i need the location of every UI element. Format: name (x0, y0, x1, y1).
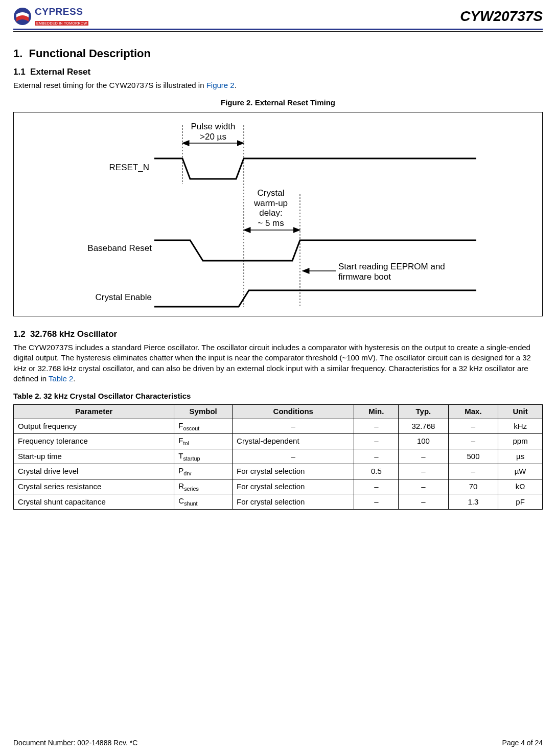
table-row: Crystal series resistanceRseriesFor crys… (14, 479, 543, 494)
cell-param: Start-up time (14, 449, 174, 464)
section-1-1-title: External Reset (30, 67, 90, 77)
section-1-number: 1. (13, 47, 22, 60)
table-row: Output frequencyFoscout––32.768–kHz (14, 419, 543, 434)
cell-typ: 32.768 (399, 419, 449, 434)
cell-param: Crystal drive level (14, 464, 174, 479)
logo-text-wrap: CYPRESS EMBEDDED IN TOMORROW (35, 6, 88, 27)
table-2: Parameter Symbol Conditions Min. Typ. Ma… (13, 404, 543, 510)
th-conditions: Conditions (233, 405, 354, 419)
cell-param: Crystal series resistance (14, 479, 174, 494)
page-number: Page 4 of 24 (502, 739, 543, 747)
cell-min: – (354, 419, 399, 434)
table-2-caption: Table 2. 32 kHz Crystal Oscillator Chara… (13, 391, 543, 401)
figure-2-caption: Figure 2. External Reset Timing (13, 98, 543, 108)
th-unit: Unit (498, 405, 543, 419)
cypress-logo-icon (13, 7, 32, 26)
logo-tagline: EMBEDDED IN TOMORROW (35, 21, 88, 26)
cell-symbol: Rseries (174, 479, 233, 494)
cell-cond: – (233, 449, 354, 464)
cell-max: 1.3 (448, 494, 498, 510)
logo: CYPRESS EMBEDDED IN TOMORROW (13, 6, 88, 27)
table-row: Frequency toleranceFtolCrystal-dependent… (14, 434, 543, 449)
section-1-2-body: The CYW20737S includes a standard Pierce… (13, 342, 543, 384)
cell-symbol: Cshunt (174, 494, 233, 510)
figure-2: Pulse width>20 µs RESET_N Crystalwarm-up… (13, 112, 543, 316)
page-footer: Document Number: 002-14888 Rev. *C Page … (13, 739, 543, 747)
cell-cond: For crystal selection (233, 479, 354, 494)
section-1-1-heading: 1.1 External Reset (13, 66, 543, 78)
cell-param: Output frequency (14, 419, 174, 434)
label-crystal-enable: Crystal Enable (75, 292, 152, 303)
section-1-2-number: 1.2 (13, 329, 26, 339)
cell-unit: pF (498, 494, 543, 510)
header-rule-thick (13, 29, 543, 30)
page-content: 1. Functional Description 1.1 External R… (0, 32, 556, 510)
table-body: Output frequencyFoscout––32.768–kHzFrequ… (14, 419, 543, 509)
table-row: Crystal drive levelPdrvFor crystal selec… (14, 464, 543, 479)
cell-symbol: Foscout (174, 419, 233, 434)
cell-max: 70 (448, 479, 498, 494)
cell-typ: – (399, 494, 449, 510)
cell-min: 0.5 (354, 464, 399, 479)
cell-typ: 100 (399, 434, 449, 449)
th-min: Min. (354, 405, 399, 419)
th-typ: Typ. (399, 405, 449, 419)
cell-unit: kΩ (498, 479, 543, 494)
cell-symbol: Tstartup (174, 449, 233, 464)
part-number: CYW20737S (460, 8, 543, 25)
table-row: Crystal shunt capacitanceCshuntFor cryst… (14, 494, 543, 510)
cell-max: – (448, 434, 498, 449)
section-1-1-number: 1.1 (13, 67, 26, 77)
figure-2-link[interactable]: Figure 2 (206, 81, 235, 89)
cell-max: – (448, 464, 498, 479)
th-symbol: Symbol (174, 405, 233, 419)
cell-cond: – (233, 419, 354, 434)
cell-typ: – (399, 464, 449, 479)
cell-min: – (354, 449, 399, 464)
cell-unit: µW (498, 464, 543, 479)
cell-unit: kHz (498, 419, 543, 434)
cell-param: Crystal shunt capacitance (14, 494, 174, 510)
section-1-title: Functional Description (29, 47, 151, 60)
cell-unit: ppm (498, 434, 543, 449)
section-1-heading: 1. Functional Description (13, 46, 543, 61)
cell-symbol: Pdrv (174, 464, 233, 479)
cell-min: – (354, 479, 399, 494)
cell-cond: For crystal selection (233, 464, 354, 479)
cell-typ: – (399, 479, 449, 494)
label-pulse-width: Pulse width>20 µs (182, 122, 244, 142)
cell-typ: – (399, 449, 449, 464)
cell-symbol: Ftol (174, 434, 233, 449)
page-header: CYPRESS EMBEDDED IN TOMORROW CYW20737S (0, 0, 556, 27)
section-1-2-title: 32.768 kHz Oscillator (30, 329, 117, 339)
doc-number: Document Number: 002-14888 Rev. *C (13, 739, 137, 747)
label-start-reading: Start reading EEPROM andfirmware boot (338, 262, 471, 282)
section-1-1-body: External reset timing for the CYW20737S … (13, 80, 543, 90)
cell-max: – (448, 419, 498, 434)
cell-min: – (354, 494, 399, 510)
cell-max: 500 (448, 449, 498, 464)
cell-min: – (354, 434, 399, 449)
label-baseband-reset: Baseband Reset (75, 243, 152, 254)
table-row: Start-up timeTstartup–––500µs (14, 449, 543, 464)
cell-param: Frequency tolerance (14, 434, 174, 449)
logo-name: CYPRESS (35, 6, 88, 17)
table-2-link[interactable]: Table 2 (49, 374, 73, 383)
cell-unit: µs (498, 449, 543, 464)
cell-cond: For crystal selection (233, 494, 354, 510)
section-1-2-heading: 1.2 32.768 kHz Oscillator (13, 329, 543, 340)
table-header-row: Parameter Symbol Conditions Min. Typ. Ma… (14, 405, 543, 419)
cell-cond: Crystal-dependent (233, 434, 354, 449)
th-parameter: Parameter (14, 405, 174, 419)
th-max: Max. (448, 405, 498, 419)
label-crystal-delay: Crystalwarm-updelay:~ 5 ms (238, 188, 304, 228)
label-reset-n: RESET_N (88, 163, 149, 173)
